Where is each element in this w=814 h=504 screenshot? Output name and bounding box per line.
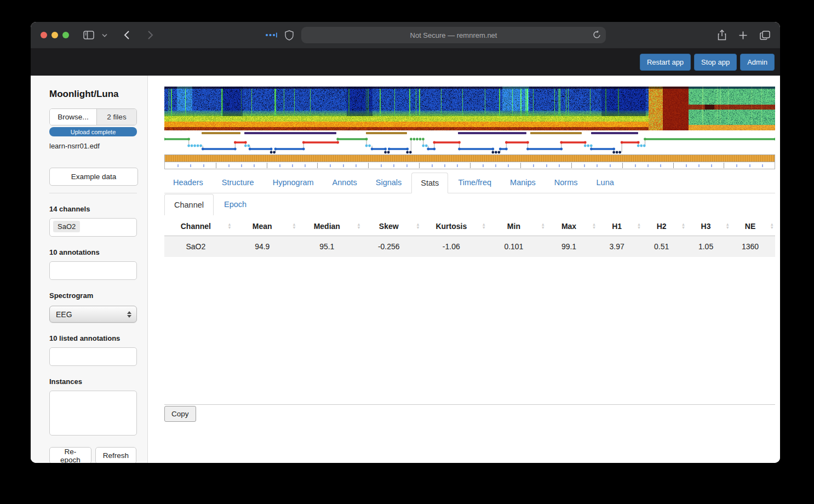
instances-textarea[interactable] [49,391,137,436]
new-tab-icon[interactable] [738,31,748,40]
forward-icon[interactable] [147,30,153,40]
ruler-tick [216,163,216,168]
ruler-tick [419,163,420,168]
sort-arrows-icon: ▲▼ [357,223,360,230]
screen-background: Not Secure — remnrem.net [0,0,814,504]
sidebar-toggle-icon[interactable] [83,31,94,39]
hypnogram-canvas[interactable] [164,136,775,154]
minimize-window-button[interactable] [51,32,58,38]
share-icon[interactable] [718,30,726,41]
tab-luna[interactable]: Luna [588,173,623,193]
column-header-skew[interactable]: Skew▲▼ [362,216,421,236]
annotation-bar-purple [244,132,336,134]
tab-time-freq[interactable]: Time/freq [449,173,500,193]
tab-headers[interactable]: Headers [164,173,212,193]
example-data-button[interactable]: Example data [49,168,138,186]
ruler-tick [317,163,318,168]
ruler-tick [520,163,521,168]
browse-button[interactable]: Browse... [50,109,97,125]
ruler-tick [610,164,611,167]
tab-norms[interactable]: Norms [546,173,587,193]
ruler-tick [432,164,433,167]
channel-select[interactable]: SaO2 [49,218,137,237]
tab-hypnogram[interactable]: Hypnogram [264,173,323,193]
tab-manips[interactable]: Manips [501,173,544,193]
url-field[interactable]: Not Secure — remnrem.net [301,27,606,43]
tab-annots[interactable]: Annots [324,173,366,193]
tab-stats[interactable]: Stats [411,173,448,193]
ruler-tick [736,164,737,167]
shield-icon[interactable] [285,30,294,41]
spectrogram-channel-select[interactable]: EEG [49,306,137,323]
listed-annotations-input[interactable] [49,347,137,366]
column-header-min[interactable]: Min▲▼ [487,216,546,236]
spectrogram-label: Spectrogram [49,291,136,300]
footer-divider [164,404,775,405]
sort-arrows-icon: ▲▼ [292,223,296,230]
file-count-label: 2 files [97,109,136,125]
ruler-tick [381,164,382,167]
ruler-tick [749,164,750,167]
sort-arrows-icon: ▲▼ [637,223,641,230]
annotations-input[interactable] [49,261,137,280]
re-epoch-button[interactable]: Re-epoch [49,447,91,463]
admin-bar: Restart appStop appAdmin [31,48,780,76]
ruler-tick [203,164,204,167]
ruler-tick [533,164,534,167]
ruler-tick [292,164,293,167]
epoch-band[interactable] [164,154,775,162]
tab-signals[interactable]: Signals [367,173,411,193]
chevron-down-icon[interactable] [102,33,107,37]
reload-icon[interactable] [593,30,601,39]
loaded-filename: learn-nsrr01.edf [49,142,136,150]
column-header-kurtosis[interactable]: Kurtosis▲▼ [421,216,487,236]
back-icon[interactable] [124,30,130,40]
table-footer: Copy [164,404,775,422]
restart-app-button[interactable]: Restart app [640,54,691,71]
subtab-epoch[interactable]: Epoch [215,194,256,215]
stop-app-button[interactable]: Stop app [694,54,737,71]
ruler-tick [622,163,623,168]
sort-arrows-icon: ▲▼ [592,223,596,230]
time-ruler[interactable] [164,162,775,169]
channels-label: 14 channels [49,205,136,213]
ruler-tick [254,164,255,167]
table-cell: 0.51 [642,236,686,257]
table-cell: 1.05 [686,236,731,257]
column-header-ne[interactable]: NE▲▼ [731,216,775,236]
ruler-tick [279,164,280,167]
table-cell: 0.101 [487,236,546,257]
tab-structure[interactable]: Structure [213,173,263,193]
column-header-median[interactable]: Median▲▼ [297,216,362,236]
table-cell: 95.1 [297,236,362,257]
table-row[interactable]: SaO294.995.1-0.256-1.060.10199.13.970.51… [164,236,775,257]
column-header-h1[interactable]: H1▲▼ [597,216,642,236]
listed-annotations-label: 10 listed annotations [49,334,136,342]
tab-overview-icon[interactable] [760,31,770,40]
column-header-channel[interactable]: Channel▲▼ [164,216,233,236]
channel-chip[interactable]: SaO2 [53,221,80,232]
column-header-h2[interactable]: H2▲▼ [642,216,686,236]
ruler-tick [343,164,344,167]
annotation-bar-purple [458,132,526,134]
table-cell: 3.97 [597,236,642,257]
ruler-tick [305,164,306,167]
extensions-icon[interactable] [265,32,277,38]
close-window-button[interactable] [41,32,47,38]
main-panel: HeadersStructureHypnogramAnnotsSignalsSt… [148,76,780,463]
column-header-max[interactable]: Max▲▼ [546,216,597,236]
subtab-channel[interactable]: Channel [164,194,214,215]
table-cell: 94.9 [233,236,297,257]
copy-button[interactable]: Copy [164,406,196,422]
column-header-h3[interactable]: H3▲▼ [686,216,731,236]
table-cell: 99.1 [546,236,597,257]
column-header-mean[interactable]: Mean▲▼ [233,216,297,236]
select-stepper-icon [127,311,131,318]
refresh-button[interactable]: Refresh [95,447,136,463]
signal-viewer [164,87,775,169]
admin-button[interactable]: Admin [740,54,775,71]
table-cell: -1.06 [421,236,487,257]
zoom-window-button[interactable] [62,32,69,38]
app-title: Moonlight/Luna [49,89,136,100]
file-input[interactable]: Browse... 2 files [49,108,137,125]
